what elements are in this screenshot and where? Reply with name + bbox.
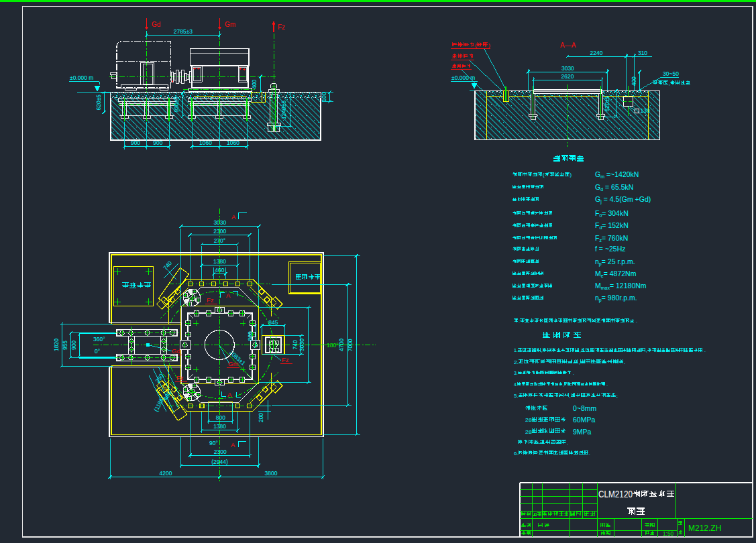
svg-text:±0.000 m: ±0.000 m bbox=[70, 74, 93, 81]
svg-text:3800: 3800 bbox=[265, 470, 278, 477]
svg-text:0~8mm: 0~8mm bbox=[573, 404, 597, 412]
svg-text:9MPa: 9MPa bbox=[573, 428, 592, 436]
svg-text:1060: 1060 bbox=[227, 139, 239, 146]
svg-text:200: 200 bbox=[258, 413, 264, 422]
svg-text:1240±5: 1240±5 bbox=[280, 101, 287, 120]
svg-text:,: , bbox=[541, 347, 543, 353]
svg-text:360°: 360° bbox=[93, 336, 105, 343]
svg-text:900: 900 bbox=[70, 341, 77, 350]
svg-text:Gd: Gd bbox=[172, 347, 180, 355]
svg-text:M212.ZH: M212.ZH bbox=[688, 524, 721, 533]
svg-text:4200: 4200 bbox=[160, 470, 172, 477]
svg-text:1.: 1. bbox=[514, 347, 518, 353]
svg-text:90°: 90° bbox=[209, 440, 218, 446]
svg-text:800: 800 bbox=[247, 331, 254, 341]
svg-text:Fz: Fz bbox=[207, 296, 214, 304]
svg-text:±0.000 m: ±0.000 m bbox=[451, 74, 475, 81]
svg-text:30~50: 30~50 bbox=[663, 70, 679, 77]
svg-text:955: 955 bbox=[62, 341, 68, 350]
svg-text:7000: 7000 bbox=[347, 339, 354, 351]
svg-text:3030: 3030 bbox=[299, 339, 306, 351]
svg-text:Gd: Gd bbox=[152, 21, 160, 28]
svg-text:Gj = 4.5(Gm +Gd): Gj = 4.5(Gm +Gd) bbox=[595, 195, 651, 204]
svg-text:2620: 2620 bbox=[561, 73, 574, 80]
svg-text:(: ( bbox=[475, 42, 477, 48]
svg-text:,: , bbox=[669, 80, 670, 86]
svg-text:(2944): (2944) bbox=[211, 459, 228, 465]
svg-text:620±5: 620±5 bbox=[95, 95, 102, 111]
svg-text:1060: 1060 bbox=[199, 139, 212, 146]
svg-text:A: A bbox=[231, 441, 235, 448]
svg-text:310: 310 bbox=[638, 50, 647, 56]
svg-text:Gm: Gm bbox=[228, 360, 238, 367]
svg-text:.: . bbox=[636, 318, 637, 324]
svg-text:f = ~25Hz: f = ~25Hz bbox=[595, 245, 626, 253]
svg-text:3030: 3030 bbox=[561, 65, 574, 72]
svg-text:28: 28 bbox=[525, 417, 532, 423]
svg-text::: : bbox=[519, 318, 520, 324]
svg-text:Gm: Gm bbox=[225, 21, 235, 28]
svg-text:A: A bbox=[226, 292, 231, 299]
svg-text:800: 800 bbox=[216, 414, 225, 421]
svg-text:28: 28 bbox=[525, 429, 532, 435]
svg-text:np= 980r.p.m.: np= 980r.p.m. bbox=[595, 294, 637, 303]
svg-text:.: . bbox=[567, 440, 568, 446]
svg-text:2300: 2300 bbox=[214, 448, 227, 455]
svg-text:900: 900 bbox=[153, 139, 162, 146]
svg-text:,: , bbox=[578, 359, 580, 365]
svg-text:3.: 3. bbox=[514, 370, 518, 376]
svg-text:1380: 1380 bbox=[213, 423, 226, 430]
svg-text:60MPa: 60MPa bbox=[573, 416, 595, 424]
svg-text:2300: 2300 bbox=[213, 228, 226, 235]
svg-text:,: , bbox=[569, 393, 570, 399]
svg-text:6.: 6. bbox=[514, 450, 519, 457]
svg-text:5.: 5. bbox=[514, 393, 519, 399]
svg-text:2240: 2240 bbox=[590, 50, 603, 56]
svg-text:.: . bbox=[624, 359, 625, 365]
svg-text:4.: 4. bbox=[514, 381, 517, 387]
svg-text:400: 400 bbox=[251, 79, 258, 88]
svg-text:,: , bbox=[646, 347, 647, 353]
svg-text:Fz: Fz bbox=[282, 356, 289, 363]
svg-text:4700: 4700 bbox=[338, 339, 345, 351]
svg-text:Fz: Fz bbox=[176, 374, 184, 381]
svg-text:400: 400 bbox=[631, 76, 637, 86]
svg-text:2.: 2. bbox=[514, 359, 519, 365]
svg-text:): ) bbox=[488, 42, 490, 48]
svg-text:620±5: 620±5 bbox=[604, 96, 610, 112]
svg-text:0°: 0° bbox=[95, 348, 100, 355]
svg-text:,: , bbox=[580, 347, 581, 353]
svg-text:.: . bbox=[606, 381, 608, 387]
svg-text:np= 25 r.p.m.: np= 25 r.p.m. bbox=[595, 257, 635, 267]
svg-text:A—A: A—A bbox=[560, 42, 576, 49]
svg-text:A: A bbox=[227, 391, 232, 398]
svg-text:;: ; bbox=[616, 393, 618, 399]
svg-text:740: 740 bbox=[292, 340, 299, 349]
svg-text:Fz: Fz bbox=[278, 23, 285, 31]
svg-text:900: 900 bbox=[131, 139, 140, 146]
svg-text:130: 130 bbox=[641, 107, 650, 114]
svg-text:A: A bbox=[231, 213, 236, 221]
svg-text:.: . bbox=[704, 347, 706, 353]
svg-text:845: 845 bbox=[268, 319, 278, 326]
svg-text:1:50: 1:50 bbox=[663, 531, 674, 537]
svg-text:3030: 3030 bbox=[213, 219, 226, 226]
svg-text:.: . bbox=[589, 450, 590, 457]
svg-text:930±5: 930±5 bbox=[173, 97, 180, 113]
svg-text:100: 100 bbox=[321, 92, 327, 101]
svg-text:.: . bbox=[573, 370, 574, 376]
svg-text:1820: 1820 bbox=[53, 339, 60, 351]
svg-text:2785±3: 2785±3 bbox=[174, 28, 193, 35]
svg-text:CLM2120: CLM2120 bbox=[598, 489, 633, 499]
svg-text:,: , bbox=[563, 381, 564, 387]
